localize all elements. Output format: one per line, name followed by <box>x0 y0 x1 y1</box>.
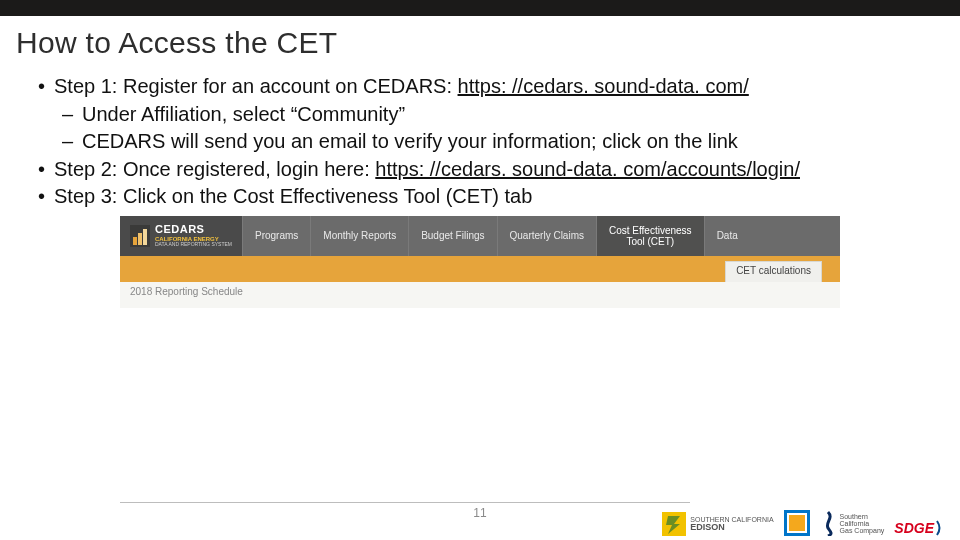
nav-cet-line1: Cost Effectiveness <box>609 225 692 236</box>
cedars-logo-icon <box>130 225 150 247</box>
scg-logo-icon <box>820 510 836 536</box>
page-number: 11 <box>473 506 486 520</box>
cedars-secondary-bar: CET calculations <box>120 256 840 282</box>
slide: How to Access the CET Step 1: Register f… <box>0 16 960 540</box>
cedars-logo: CEDARS CALIFORNIA ENERGY DATA AND REPORT… <box>120 216 242 256</box>
svg-rect-8 <box>789 515 805 531</box>
step-1: Step 1: Register for an account on CEDAR… <box>34 74 926 100</box>
cedars-logo-big: CEDARS <box>155 224 232 236</box>
nav-quarterly-claims[interactable]: Quarterly Claims <box>497 216 596 256</box>
slide-footer: 11 SOUTHERN CALIFORNIA EDISON PG&E <box>0 502 960 536</box>
footer-logos: SOUTHERN CALIFORNIA EDISON PG&E Southern <box>662 510 946 536</box>
svg-rect-2 <box>138 233 142 245</box>
sdge-logo: SDGE <box>894 520 946 536</box>
cet-calculations-tab[interactable]: CET calculations <box>725 261 822 282</box>
scg-label-2: California <box>840 520 885 527</box>
nav-data[interactable]: Data <box>704 216 750 256</box>
sdge-arc-icon <box>936 520 946 536</box>
nav-cet-tab[interactable]: Cost Effectiveness Tool (CET) <box>596 216 704 256</box>
step-2: Step 2: Once registered, login here: htt… <box>34 157 926 183</box>
cedars-logo-text: CEDARS CALIFORNIA ENERGY DATA AND REPORT… <box>155 224 232 247</box>
nav-programs[interactable]: Programs <box>242 216 310 256</box>
cedars-nav-bar: CEDARS CALIFORNIA ENERGY DATA AND REPORT… <box>120 216 840 256</box>
pge-logo-icon <box>784 510 810 536</box>
step-1-sub-a: Under Affiliation, select “Community” <box>34 102 926 128</box>
content-body: Step 1: Register for an account on CEDAR… <box>0 66 960 308</box>
scg-logo: Southern California Gas Company <box>820 510 885 536</box>
slide-top-bar <box>0 0 960 16</box>
nav-monthly-reports[interactable]: Monthly Reports <box>310 216 408 256</box>
cedars-register-link[interactable]: https: //cedars. sound-data. com/ <box>458 75 749 97</box>
step-1-text: Step 1: Register for an account on CEDAR… <box>54 75 458 97</box>
cedars-below-bar: 2018 Reporting Schedule <box>120 282 840 308</box>
svg-rect-1 <box>133 237 137 245</box>
pge-logo: PG&E <box>784 510 810 536</box>
reporting-schedule-label: 2018 Reporting Schedule <box>130 286 243 297</box>
page-title: How to Access the CET <box>0 16 960 66</box>
footer-rule <box>120 502 690 503</box>
sce-logo-icon <box>662 512 686 536</box>
sce-logo: SOUTHERN CALIFORNIA EDISON <box>662 512 773 536</box>
cedars-screenshot: CEDARS CALIFORNIA ENERGY DATA AND REPORT… <box>120 216 840 308</box>
sce-label-2: EDISON <box>690 523 773 532</box>
cedars-logo-tiny: DATA AND REPORTING SYSTEM <box>155 242 232 247</box>
step-1-sub-b: CEDARS will send you an email to verify … <box>34 129 926 155</box>
step-2-text: Step 2: Once registered, login here: <box>54 158 375 180</box>
nav-cet-line2: Tool (CET) <box>609 236 692 247</box>
step-3: Step 3: Click on the Cost Effectiveness … <box>34 184 926 210</box>
scg-label-3: Gas Company <box>840 527 885 534</box>
nav-budget-filings[interactable]: Budget Filings <box>408 216 496 256</box>
sdge-label: SDGE <box>894 520 934 536</box>
cedars-login-link[interactable]: https: //cedars. sound-data. com/account… <box>375 158 800 180</box>
scg-label-1: Southern <box>840 513 885 520</box>
svg-rect-3 <box>143 229 147 245</box>
